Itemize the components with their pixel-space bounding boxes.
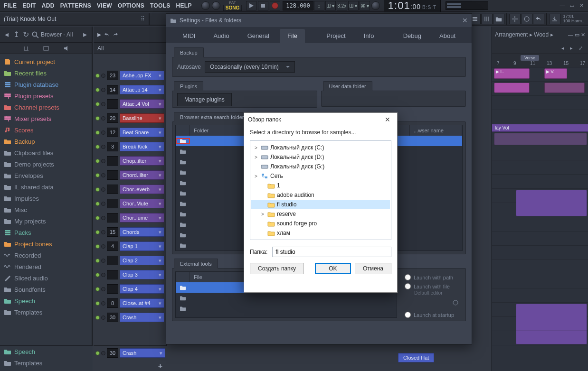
- new-folder-button[interactable]: Создать папку: [250, 263, 304, 274]
- browser-item[interactable]: Recorded: [0, 250, 92, 261]
- channel-select-dot[interactable]: [101, 187, 105, 192]
- browser-reread-icon[interactable]: ↻: [22, 31, 29, 38]
- channel-mute-led[interactable]: [95, 74, 100, 78]
- browser-item[interactable]: Recent files: [0, 67, 92, 79]
- channel-select-dot[interactable]: [101, 351, 105, 355]
- snap-btn-4[interactable]: ⌘ ▾: [360, 1, 370, 10]
- channel-name-button[interactable]: Chor..everb ▾: [120, 185, 164, 194]
- channel-mute-led[interactable]: [95, 187, 100, 192]
- tree-node[interactable]: > Сеть: [251, 171, 390, 181]
- channel-mixer-track[interactable]: 30: [107, 348, 118, 358]
- channel-select-dot[interactable]: [101, 145, 105, 149]
- channel-mixer-track[interactable]: 15: [107, 227, 118, 237]
- channel-mixer-track[interactable]: 14: [107, 85, 118, 94]
- browser-item[interactable]: Impulses: [0, 193, 92, 204]
- channel-mute-led[interactable]: [95, 116, 100, 121]
- channel-mixer-track[interactable]: [107, 270, 118, 279]
- menu-tools[interactable]: TOOLS: [147, 2, 173, 9]
- browser-item[interactable]: Speech: [0, 346, 93, 357]
- manage-plugins-button[interactable]: Manage plugins: [177, 93, 232, 106]
- menu-patterns[interactable]: PATTERNS: [57, 2, 94, 9]
- add-channel-button[interactable]: +: [94, 360, 167, 371]
- clip[interactable]: ▶ V..: [544, 68, 567, 79]
- browser-item[interactable]: Envelopes: [0, 170, 92, 181]
- channel-select-dot[interactable]: [101, 116, 105, 121]
- browser-back-icon[interactable]: ◂: [3, 31, 10, 38]
- browser-item[interactable]: Plugin presets: [0, 90, 92, 102]
- expand-icon[interactable]: >: [253, 155, 259, 160]
- browser-item[interactable]: Packs: [0, 227, 92, 238]
- tab-about[interactable]: About: [432, 29, 463, 43]
- tree-node[interactable]: adobe audition: [251, 190, 390, 200]
- autosave-combo[interactable]: Occasionally (every 10min): [205, 61, 295, 73]
- chrack-menu-icon[interactable]: ▸: [97, 30, 101, 39]
- channel-mute-led[interactable]: [95, 351, 100, 355]
- browser-tree[interactable]: Current projectRecent filesPlugin databa…: [0, 54, 92, 371]
- main-volume-knob[interactable]: [201, 1, 210, 10]
- main-pitch-knob[interactable]: [212, 1, 220, 10]
- launch-with-file-radio[interactable]: Launch with file: [405, 283, 463, 289]
- browser-item[interactable]: Rendered: [0, 261, 92, 272]
- channel-mute-led[interactable]: [95, 273, 100, 277]
- track-header[interactable]: lay Vol: [492, 124, 588, 132]
- automation-clip[interactable]: [494, 133, 587, 145]
- stop-button[interactable]: [258, 1, 268, 10]
- browser-sort-icon[interactable]: [43, 45, 49, 52]
- channel-select-dot[interactable]: [101, 173, 105, 177]
- channel-mixer-track[interactable]: 8: [107, 298, 118, 308]
- channel-mute-led[interactable]: [95, 315, 100, 320]
- channel-select-dot[interactable]: [101, 216, 105, 220]
- channel-mute-led[interactable]: [95, 202, 100, 206]
- menu-add[interactable]: ADD: [39, 2, 57, 9]
- dialog-titlebar[interactable]: Обзор папок ✕: [244, 113, 397, 126]
- menu-view[interactable]: VIEW: [94, 2, 115, 9]
- tree-node[interactable]: sound forge pro: [251, 219, 390, 228]
- playlist-ruler[interactable]: Verse 7 9 11 13 15 17: [492, 54, 588, 67]
- browser-item[interactable]: Plugin database: [0, 79, 92, 90]
- channel-mixer-track[interactable]: [107, 185, 118, 194]
- channel-mute-led[interactable]: [95, 230, 100, 234]
- channel-mixer-track[interactable]: [107, 199, 118, 208]
- tree-node[interactable]: > Локальный диск (C:): [251, 143, 390, 152]
- menu-help[interactable]: HELP: [173, 2, 195, 9]
- playlist-tracks[interactable]: ▶ I..▶ V.. lay Vol: [492, 67, 588, 371]
- tree-node[interactable]: > Локальный диск (D:): [251, 152, 390, 162]
- tree-node[interactable]: fl studio: [251, 200, 390, 209]
- folder-tree[interactable]: > Локальный диск (C:)> Локальный диск (D…: [250, 140, 391, 240]
- launch-at-startup-radio[interactable]: Launch at startup: [405, 312, 463, 318]
- snap-btn-1[interactable]: Ш ▾: [325, 1, 336, 10]
- channel-mixer-track[interactable]: [107, 284, 118, 294]
- channel-mute-led[interactable]: [95, 102, 100, 106]
- channel-select-dot[interactable]: [101, 159, 105, 163]
- channel-mixer-track[interactable]: 4: [107, 241, 118, 251]
- browser-item[interactable]: Misc: [0, 204, 92, 215]
- clip-audio[interactable]: [544, 83, 585, 93]
- browser-item[interactable]: My projects: [0, 215, 92, 227]
- menu-file[interactable]: FILE: [1, 2, 19, 9]
- browser-item[interactable]: Speech: [0, 295, 92, 306]
- tab-midi[interactable]: MIDI: [175, 29, 203, 43]
- minimize-button[interactable]: —: [559, 2, 566, 9]
- channel-select-dot[interactable]: [101, 230, 105, 234]
- channel-select-dot[interactable]: [101, 287, 105, 291]
- chrack-undo-icon[interactable]: [104, 32, 110, 37]
- channel-name-button[interactable]: Clap 3 ▾: [120, 270, 164, 279]
- channel-mute-led[interactable]: [95, 130, 100, 135]
- channel-name-button[interactable]: Clap 1 ▾: [120, 241, 164, 251]
- channel-mute-led[interactable]: [95, 244, 100, 249]
- playlist-scroll-left[interactable]: ◂: [561, 45, 568, 52]
- browser-sound-icon[interactable]: [63, 45, 69, 52]
- expand-icon[interactable]: >: [260, 212, 266, 217]
- channel-mute-led[interactable]: [95, 159, 100, 163]
- browser-item[interactable]: Scores: [0, 124, 92, 136]
- channel-mixer-track[interactable]: [107, 156, 118, 166]
- clip[interactable]: ▶ I..: [494, 68, 530, 79]
- tempo-display[interactable]: 128.000: [283, 1, 313, 10]
- channel-mute-led[interactable]: [95, 301, 100, 306]
- chrack-redo-icon[interactable]: [113, 32, 118, 37]
- channel-name-button[interactable]: Chop..ilter ▾: [120, 156, 164, 166]
- channel-mute-led[interactable]: [95, 287, 100, 291]
- channel-select-dot[interactable]: [101, 102, 105, 106]
- expand-icon[interactable]: >: [253, 174, 259, 179]
- tree-node[interactable]: 1: [251, 181, 390, 190]
